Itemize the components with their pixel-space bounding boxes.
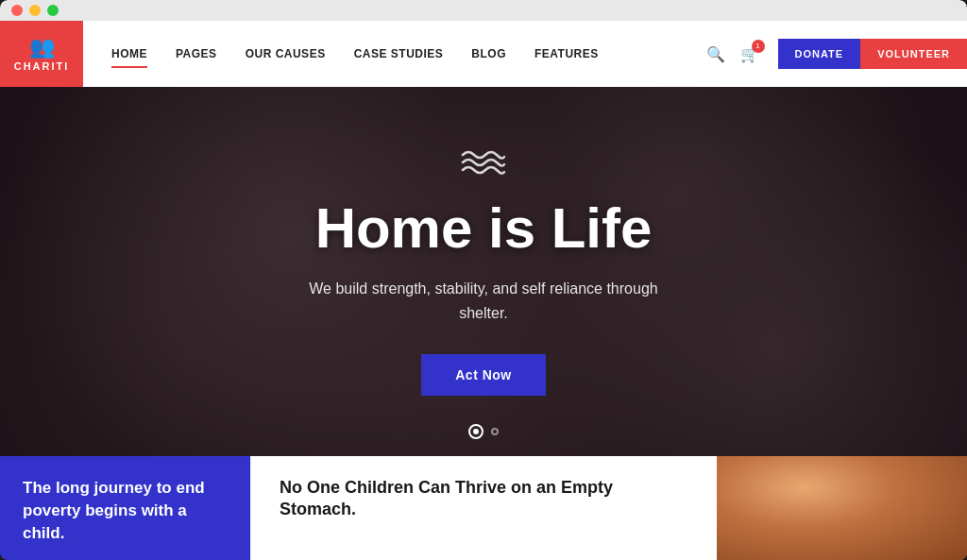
photo-image: [717, 456, 967, 560]
page-content: 👥 CHARITI HOME PAGES OUR CAUSES CASE STU…: [0, 21, 967, 560]
wave-icon: [461, 147, 506, 182]
cart-icon[interactable]: 🛒 1: [740, 45, 759, 63]
nav-features[interactable]: FEATURES: [534, 47, 599, 60]
nav-links: HOME PAGES OUR CAUSES CASE STUDIES BLOG …: [83, 47, 706, 60]
hero-title: Home is Life: [315, 197, 653, 260]
hero-content: Home is Life We build strength, stabilit…: [0, 87, 967, 456]
bottom-article: No One Children Can Thrive on an Empty S…: [250, 456, 717, 560]
nav-blog[interactable]: BLOG: [471, 47, 506, 60]
maximize-button[interactable]: [47, 5, 59, 16]
logo-icon: 👥: [29, 37, 55, 58]
donate-button[interactable]: DONATE: [778, 39, 861, 69]
navbar: 👥 CHARITI HOME PAGES OUR CAUSES CASE STU…: [0, 21, 967, 87]
bottom-blue-card: The long journey to end poverty begins w…: [0, 456, 250, 560]
window-chrome: [0, 0, 967, 21]
close-button[interactable]: [11, 5, 23, 16]
nav-our-causes[interactable]: OUR CAUSES: [246, 47, 326, 60]
nav-pages[interactable]: PAGES: [176, 47, 217, 60]
nav-home[interactable]: HOME: [111, 47, 147, 60]
bottom-photo: [717, 456, 967, 560]
bottom-blue-text: The long journey to end poverty begins w…: [23, 477, 228, 544]
slider-dot-1[interactable]: [468, 424, 484, 439]
nav-case-studies[interactable]: CASE STUDIES: [354, 47, 444, 60]
slider-dots: [468, 424, 499, 439]
slider-dot-2[interactable]: [491, 428, 499, 435]
minimize-button[interactable]: [29, 5, 41, 16]
nav-icons: 🔍 🛒 1: [706, 45, 778, 63]
nav-buttons: DONATE VOLUNTEER: [778, 39, 967, 69]
article-title: No One Children Can Thrive on an Empty S…: [280, 477, 688, 521]
hero-section: Home is Life We build strength, stabilit…: [0, 87, 967, 456]
logo[interactable]: 👥 CHARITI: [0, 21, 83, 87]
cart-badge: 1: [752, 40, 765, 53]
logo-text: CHARITI: [14, 60, 70, 72]
act-now-button[interactable]: Act Now: [421, 354, 546, 396]
bottom-strip: The long journey to end poverty begins w…: [0, 456, 967, 560]
hero-subtitle: We build strength, stability, and self r…: [295, 277, 672, 325]
search-icon[interactable]: 🔍: [706, 45, 725, 63]
volunteer-button[interactable]: VOLUNTEER: [860, 39, 967, 69]
